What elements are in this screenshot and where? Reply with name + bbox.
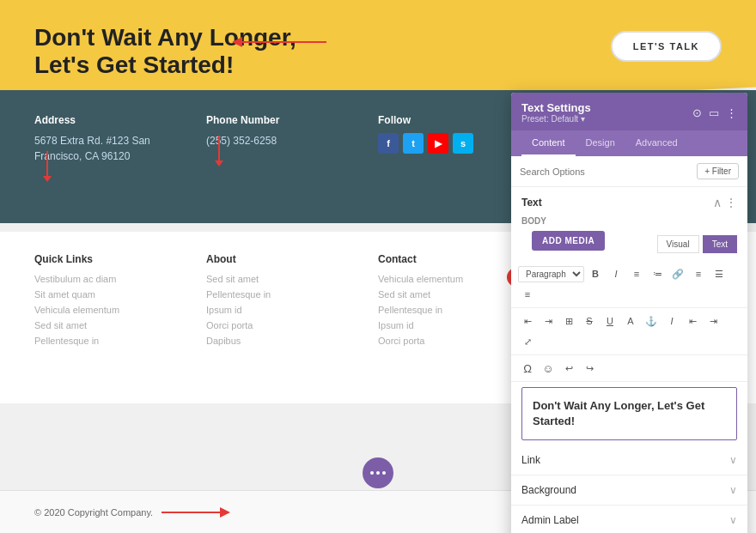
outdent-button[interactable]: ⇤ xyxy=(683,312,702,330)
tab-advanced[interactable]: Advanced xyxy=(625,130,688,156)
panel-expand-icon[interactable]: ▭ xyxy=(709,106,719,119)
visual-toggle-button[interactable]: Visual xyxy=(657,235,699,253)
footer-link[interactable]: Oorci porta xyxy=(206,320,378,330)
phone-down-arrow-icon xyxy=(218,136,220,161)
facebook-icon[interactable]: f xyxy=(378,133,399,154)
dots-icon xyxy=(370,471,386,475)
panel-tabs: Content Design Advanced xyxy=(511,130,747,156)
text-settings-panel: Text Settings Preset: Default ▾ ⊙ ▭ ⋮ Co… xyxy=(511,93,747,533)
link-chevron-icon: ∨ xyxy=(729,454,737,466)
background-label: Background xyxy=(521,484,576,496)
copyright-text: © 2020 Copyright Company. xyxy=(34,506,230,519)
panel-settings-icon[interactable]: ⊙ xyxy=(692,106,702,119)
footer-link[interactable]: Vehicula elementum xyxy=(34,305,206,315)
panel-search: + Filter xyxy=(511,156,747,187)
page-wrapper: Don't Wait Any Longer, Let's Get Started… xyxy=(0,0,756,533)
align-right-button[interactable]: ≡ xyxy=(518,285,537,304)
quick-links-title: Quick Links xyxy=(34,253,206,265)
toolbar-row-3: Ω ☺ ↩ ↪ xyxy=(511,355,747,382)
panel-preset: Preset: Default ▾ xyxy=(521,114,591,124)
address-down-arrow-icon xyxy=(46,151,48,177)
footer-link[interactable]: Dapibus xyxy=(206,336,378,346)
panel-header: Text Settings Preset: Default ▾ ⊙ ▭ ⋮ xyxy=(511,93,747,130)
about-title: About xyxy=(206,253,378,265)
editor-content-area[interactable]: Don't Wait Any Longer, Let's Get Started… xyxy=(521,387,737,440)
toolbar-row-2: ⇤ ⇥ ⊞ S U A ⚓ I ⇤ ⇥ ⤢ xyxy=(511,308,747,355)
background-chevron-icon: ∨ xyxy=(729,484,737,496)
link-label: Link xyxy=(521,454,540,466)
indent-right-button[interactable]: ⇥ xyxy=(539,312,558,330)
align-left-button[interactable]: ≡ xyxy=(689,264,708,283)
text-section-header: Text ∧ ⋮ xyxy=(511,187,747,216)
hero-title: Don't Wait Any Longer, Let's Get Started… xyxy=(34,24,296,79)
text-toggle-button[interactable]: Text xyxy=(703,235,737,253)
background-section[interactable]: Background ∨ xyxy=(511,475,747,506)
footer-link[interactable]: Sed sit amet xyxy=(34,320,206,330)
bold-button[interactable]: B xyxy=(586,264,605,283)
align-center-button[interactable]: ☰ xyxy=(710,264,729,283)
text-color-button[interactable]: A xyxy=(621,312,640,330)
link-section[interactable]: Link ∨ xyxy=(511,445,747,475)
panel-title: Text Settings xyxy=(521,101,591,114)
text-section-title: Text xyxy=(521,197,542,209)
twitter-icon[interactable]: t xyxy=(403,133,424,154)
footer-col-quick-links: Quick Links Vestibulum ac diam Sit amet … xyxy=(34,253,206,382)
phone-value: (255) 352-6258 xyxy=(206,133,378,148)
underline-button[interactable]: U xyxy=(601,312,619,330)
link-button[interactable]: 🔗 xyxy=(668,264,687,283)
lets-talk-button[interactable]: LET'S TALK xyxy=(611,31,722,62)
svg-marker-3 xyxy=(220,507,230,518)
search-input[interactable] xyxy=(520,167,690,177)
footer-link[interactable]: Vestibulum ac diam xyxy=(34,274,206,284)
table-button[interactable]: ⊞ xyxy=(559,312,578,330)
emoji-button[interactable]: ☺ xyxy=(539,359,558,378)
tab-design[interactable]: Design xyxy=(576,130,625,156)
unordered-list-button[interactable]: ≡ xyxy=(627,264,646,283)
undo-button[interactable]: ↩ xyxy=(559,359,578,378)
add-media-button[interactable]: ADD MEDIA xyxy=(532,231,605,251)
panel-menu-icon[interactable]: ⋮ xyxy=(726,106,737,119)
ordered-list-button[interactable]: ≔ xyxy=(648,264,667,283)
floating-dots-button[interactable] xyxy=(363,457,393,488)
body-label: Body xyxy=(511,216,747,231)
italic2-button[interactable]: I xyxy=(662,312,681,330)
hero-arrow-icon xyxy=(232,34,326,50)
svg-marker-1 xyxy=(232,37,242,47)
anchor-button[interactable]: ⚓ xyxy=(642,312,661,330)
redo-button[interactable]: ↪ xyxy=(580,359,599,378)
footer-col-about: About Sed sit amet Pellentesque in Ipsum… xyxy=(206,253,378,382)
panel-header-icons: ⊙ ▭ ⋮ xyxy=(692,106,737,119)
paragraph-select[interactable]: Paragraph Heading 1 Heading 2 xyxy=(518,266,584,282)
panel-header-left: Text Settings Preset: Default ▾ xyxy=(521,101,591,124)
strikethrough-button[interactable]: S xyxy=(580,312,599,330)
indent-button[interactable]: ⇥ xyxy=(704,312,722,330)
toolbar-row-1: Paragraph Heading 1 Heading 2 B I ≡ ≔ 🔗 … xyxy=(511,261,747,308)
footer-link[interactable]: Sit amet quam xyxy=(34,289,206,300)
admin-chevron-icon: ∨ xyxy=(729,514,737,526)
footer-link[interactable]: Pellentesque in xyxy=(34,336,206,346)
copyright-arrow-icon xyxy=(162,506,230,519)
collapse-icon[interactable]: ∧ ⋮ xyxy=(713,196,737,209)
indent-left-button[interactable]: ⇤ xyxy=(518,312,537,330)
italic-button[interactable]: I xyxy=(607,264,625,283)
tab-content[interactable]: Content xyxy=(521,130,576,156)
admin-label-section[interactable]: Admin Label ∨ xyxy=(511,506,747,533)
filter-button[interactable]: + Filter xyxy=(697,163,739,179)
address-value: 5678 Extra Rd. #123 SanFrancisco, CA 961… xyxy=(34,133,206,164)
skype-icon[interactable]: s xyxy=(453,133,473,154)
omega-button[interactable]: Ω xyxy=(518,359,537,378)
youtube-icon[interactable]: ▶ xyxy=(428,133,448,154)
fullscreen-button[interactable]: ⤢ xyxy=(518,332,537,351)
footer-link[interactable]: Sed sit amet xyxy=(206,274,378,284)
footer-link[interactable]: Ipsum id xyxy=(206,305,378,315)
admin-label-text: Admin Label xyxy=(521,514,579,526)
footer-link[interactable]: Pellentesque in xyxy=(206,289,378,300)
